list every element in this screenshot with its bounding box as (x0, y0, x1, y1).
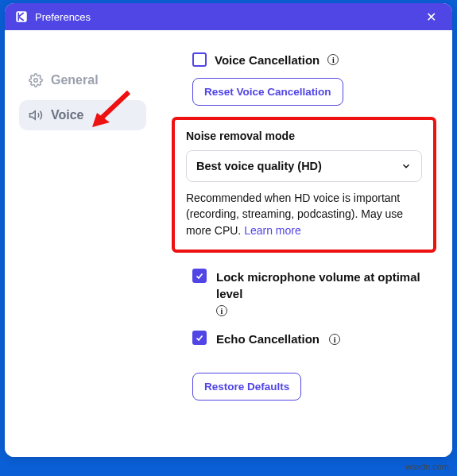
info-icon[interactable]: i (327, 54, 339, 65)
window-body: General Voice Voice Cancellation i Reset… (5, 30, 452, 457)
lock-mic-label: Lock microphone volume at optimal level (216, 269, 436, 302)
close-button[interactable]: ✕ (419, 10, 443, 25)
red-arrow-annotation (91, 89, 132, 127)
noise-removal-title: Noise removal mode (186, 130, 422, 142)
gear-icon (29, 73, 43, 87)
svg-point-1 (34, 79, 38, 83)
noise-removal-description: Recommended when HD voice is important (… (186, 190, 422, 238)
chevron-down-icon (401, 161, 412, 172)
voice-cancellation-label: Voice Cancellation (215, 53, 320, 67)
sidebar-item-label: General (51, 73, 99, 87)
svg-marker-2 (30, 111, 36, 120)
learn-more-link[interactable]: Learn more (244, 224, 301, 237)
sidebar: General Voice (5, 30, 156, 457)
titlebar: Preferences ✕ (5, 3, 452, 30)
svg-rect-0 (16, 11, 27, 22)
noise-removal-selected: Best voice quality (HD) (196, 160, 322, 172)
info-icon[interactable]: i (216, 305, 227, 316)
reset-voice-cancellation-button[interactable]: Reset Voice Cancellation (192, 78, 343, 106)
speaker-icon (29, 108, 43, 122)
noise-removal-section: Noise removal mode Best voice quality (H… (172, 117, 436, 253)
app-logo-icon (14, 10, 29, 24)
lock-mic-row: Lock microphone volume at optimal level (172, 269, 436, 302)
check-icon (195, 333, 204, 342)
watermark: wsxdn.com (405, 462, 449, 471)
echo-cancellation-label: Echo Cancellation (216, 331, 320, 347)
noise-removal-select[interactable]: Best voice quality (HD) (186, 150, 422, 182)
content-panel: Voice Cancellation i Reset Voice Cancell… (156, 30, 452, 457)
sidebar-item-label: Voice (51, 108, 84, 122)
lock-mic-checkbox[interactable] (192, 269, 207, 283)
preferences-window: Preferences ✕ General Voice Voice Cancel… (5, 3, 452, 457)
check-icon (195, 271, 204, 281)
window-title: Preferences (35, 11, 419, 23)
info-icon[interactable]: i (329, 334, 340, 345)
echo-cancellation-checkbox[interactable] (192, 331, 207, 345)
echo-row: Echo Cancellation i (172, 331, 436, 347)
voice-cancellation-checkbox[interactable] (192, 52, 207, 67)
restore-defaults-button[interactable]: Restore Defaults (192, 373, 301, 401)
